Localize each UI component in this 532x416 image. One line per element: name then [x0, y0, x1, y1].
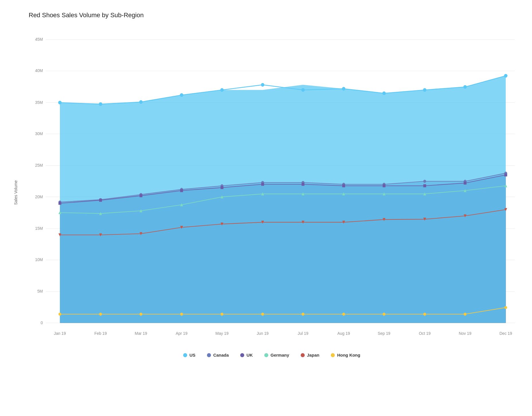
legend-dot-canada: [207, 353, 211, 357]
us-dot-feb: [99, 102, 102, 106]
us-dot-aug: [342, 87, 345, 91]
us-dot-dec: [504, 74, 507, 78]
hk-dot-jun: [261, 313, 264, 316]
hk-dot-mar: [140, 313, 142, 316]
x-label-jan: Jan 19: [54, 331, 66, 336]
hk-dot-nov: [464, 313, 467, 316]
uk-sq-may: [220, 186, 223, 189]
legend-label-germany: Germany: [271, 353, 289, 357]
uk-sq-nov: [464, 182, 467, 185]
uk-sq-jul: [302, 183, 304, 186]
svg-text:20M: 20M: [35, 194, 43, 199]
chart-container: Sales Volume 0 5M 10M: [11, 28, 521, 357]
us-dot-oct: [423, 88, 427, 92]
chart-inner: 0 5M 10M 15M 20M 25M 30M 35M 40M 45M: [23, 28, 521, 357]
us-dot-jun: [261, 83, 264, 87]
svg-text:45M: 45M: [35, 37, 43, 42]
x-label-apr: Apr 19: [176, 331, 187, 336]
legend-item-us: US: [183, 353, 195, 357]
legend-item-germany: Germany: [264, 353, 289, 357]
us-dot-nov: [463, 85, 467, 89]
uk-sq-sep: [383, 184, 386, 187]
uk-sq-oct: [423, 184, 426, 187]
uk-sq-dec: [504, 173, 507, 176]
uk-sq-jan: [58, 202, 61, 205]
chart-legend: US Canada UK Germany Japan Hong Kong: [23, 353, 521, 357]
x-label-mar: Mar 19: [135, 331, 147, 336]
us-dot-apr: [180, 93, 183, 97]
hk-dot-dec: [504, 306, 507, 309]
legend-label-japan: Japan: [307, 353, 319, 357]
svg-text:35M: 35M: [35, 100, 43, 104]
svg-text:15M: 15M: [35, 226, 43, 231]
us-dot-jul: [301, 88, 305, 92]
x-label-dec: Dec 19: [499, 331, 512, 336]
uk-sq-apr: [180, 189, 183, 192]
x-label-feb: Feb 19: [94, 331, 107, 336]
us-dot-may: [220, 88, 224, 92]
svg-text:25M: 25M: [35, 163, 43, 168]
hk-dot-jul: [302, 313, 304, 316]
uk-sq-aug: [342, 184, 345, 187]
svg-text:30M: 30M: [35, 131, 43, 136]
x-label-aug: Aug 19: [337, 331, 350, 336]
legend-label-canada: Canada: [213, 353, 229, 357]
hk-dot-aug: [342, 313, 345, 316]
hk-dot-sep: [383, 313, 386, 316]
hk-dot-apr: [180, 313, 183, 316]
legend-dot-germany: [264, 353, 268, 357]
legend-item-uk: UK: [240, 353, 253, 357]
us-dot-jan: [58, 101, 62, 104]
legend-dot-uk: [240, 353, 244, 357]
x-label-jun: Jun 19: [257, 331, 269, 336]
us-area: [60, 76, 506, 323]
hk-dot-feb: [99, 313, 102, 316]
us-dot-sep: [382, 92, 386, 95]
legend-label-us: US: [189, 353, 195, 357]
y-axis-label: Sales Volume: [11, 28, 20, 357]
canada-dot-oct: [423, 180, 426, 183]
svg-text:40M: 40M: [35, 68, 43, 73]
uk-sq-mar: [140, 194, 142, 197]
hk-dot-jan: [58, 313, 61, 316]
legend-label-uk: UK: [247, 353, 253, 357]
us-dot-mar: [139, 100, 143, 104]
uk-sq-jun: [261, 183, 264, 186]
chart-title: Red Shoes Sales Volume by Sub-Region: [29, 11, 521, 19]
svg-text:5M: 5M: [37, 289, 43, 293]
uk-sq-feb: [99, 199, 102, 202]
legend-item-japan: Japan: [301, 353, 319, 357]
legend-dot-us: [183, 353, 187, 357]
legend-item-hk: Hong Kong: [331, 353, 360, 357]
x-label-jul: Jul 19: [298, 331, 308, 336]
x-label-may: May 19: [216, 331, 229, 336]
chart-svg: 0 5M 10M 15M 20M 25M 30M 35M 40M 45M: [23, 28, 521, 344]
legend-item-canada: Canada: [207, 353, 229, 357]
x-label-sep: Sep 19: [378, 331, 390, 336]
svg-text:0: 0: [41, 320, 43, 325]
legend-dot-japan: [301, 353, 305, 357]
legend-label-hk: Hong Kong: [337, 353, 360, 357]
x-label-nov: Nov 19: [459, 331, 472, 336]
hk-dot-may: [220, 313, 223, 316]
hk-dot-oct: [423, 313, 426, 316]
svg-text:10M: 10M: [35, 257, 43, 262]
chart-area: 0 5M 10M 15M 20M 25M 30M 35M 40M 45M: [23, 28, 521, 344]
x-label-oct: Oct 19: [419, 331, 431, 336]
legend-dot-hk: [331, 353, 335, 357]
